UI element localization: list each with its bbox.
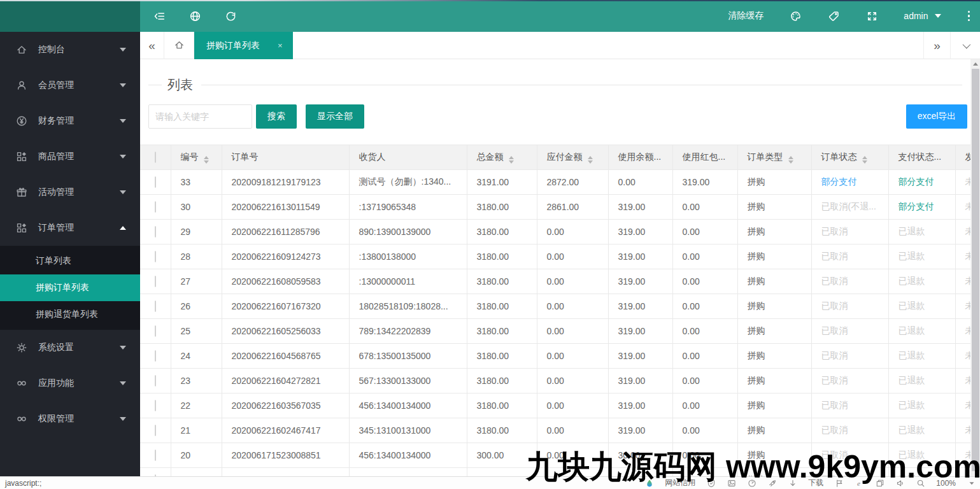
tag-icon[interactable] [827,10,840,22]
tabs-dropdown-button[interactable] [950,32,980,59]
statusbar-label[interactable]: 100% [936,479,956,488]
cell-checkbox [140,220,171,244]
sidebar-item-settings[interactable]: 系统设置 [0,330,140,365]
cell-order_status: 部分支付 [811,170,888,195]
cell-value: 已退款 [898,375,925,385]
cell-red_packet: 0.00 [672,369,737,393]
search-button[interactable]: 搜索 [256,104,297,129]
scrollbar-up-arrow[interactable] [970,59,980,69]
select-all-checkbox[interactable] [155,152,156,163]
cell-value: 3180.00 [477,252,509,262]
page-title: 列表 [167,76,193,94]
row-checkbox[interactable] [155,276,156,287]
sidebar-subitem-order-list[interactable]: 订单列表 [0,248,140,274]
gauge-icon[interactable] [747,478,756,488]
row-checkbox[interactable] [155,201,156,213]
globe-icon[interactable] [188,10,201,22]
sort-icon[interactable] [204,156,209,164]
vertical-scrollbar[interactable] [970,59,980,476]
sidebar-item-finance[interactable]: 财务管理 [0,103,140,139]
close-tab-icon[interactable]: × [278,41,283,50]
caret-down-icon [120,417,126,421]
sidebar-subitem-groupbuy-return-list[interactable]: 拼购退货单列表 [0,301,140,328]
sort-icon[interactable] [788,156,793,164]
row-checkbox[interactable] [155,350,156,362]
home-tab[interactable] [164,32,194,59]
row-checkbox[interactable] [155,251,156,262]
down-arrow-icon[interactable] [788,478,797,488]
cell-balance: 30.00 [608,443,672,468]
rocket-icon[interactable] [767,478,777,488]
row-checkbox[interactable] [155,450,156,461]
row-checkbox[interactable] [155,425,156,436]
statusbar-label[interactable]: 下载 [808,478,823,488]
admin-menu[interactable]: admin [904,11,941,21]
refresh-icon[interactable] [224,10,237,22]
clear-cache-button[interactable]: 清除缓存 [728,10,763,22]
tab-groupbuy-order-list[interactable]: 拼购订单列表 × [194,32,293,59]
sort-icon[interactable] [862,156,867,164]
cell-value: 0.00 [547,450,564,460]
grid-icon [16,151,27,162]
sidebar-item-members[interactable]: 会员管理 [0,67,140,103]
sort-icon[interactable] [509,156,514,164]
window-icon[interactable] [875,478,884,488]
row-checkbox[interactable] [155,301,156,312]
caret-down-small-icon[interactable] [967,478,976,488]
search-input[interactable] [148,104,252,129]
row-checkbox[interactable] [155,176,156,188]
ie-icon[interactable]: e [855,478,864,488]
cell-receiver: :13719065348 [349,195,467,220]
sort-icon[interactable] [588,156,593,164]
water-drop-icon[interactable] [644,478,654,488]
row-checkbox[interactable] [155,226,156,237]
row-checkbox[interactable] [155,375,156,386]
scrollbar-thumb[interactable] [972,69,979,471]
cell-order_no: 202006221608059583 [222,269,349,294]
cell-total: 3191.00 [467,170,537,195]
cell-value[interactable]: 部分支付 [821,176,857,187]
cell-ship_status: 未发货 [955,393,970,418]
collapse-menu-icon[interactable] [153,10,166,22]
cell-order_status: 已取消 [811,418,888,443]
cell-value: 202006221609124273 [232,252,321,262]
admin-username: admin [904,11,928,21]
sidebar-item-orders[interactable]: 订单管理 [0,210,140,246]
sidebar-item-dashboard[interactable]: 控制台 [0,32,140,67]
cell-value: 已取消 [821,251,848,261]
cell-value: 已退款 [898,226,925,236]
statusbar-label[interactable]: 网站信用 [665,478,695,488]
cell-value: 已取消 [821,325,848,336]
cell-receiver: 456:13400134000 [349,443,467,468]
show-all-button[interactable]: 显示全部 [306,104,364,129]
sidebar-item-permissions[interactable]: 权限管理 [0,401,140,437]
fullscreen-icon[interactable] [865,10,878,22]
cell-order_status: 已取消 [811,393,888,418]
cell-value: 319.00 [618,376,646,386]
table-row: 19202006171522173050890:13000130000300.0… [140,468,970,477]
tabs-scroll-right-button[interactable]: » [923,32,950,59]
sidebar-subitem-groupbuy-order-list[interactable]: 拼购订单列表 [0,274,140,301]
chevron-down-icon [962,41,970,49]
row-checkbox[interactable] [155,400,156,411]
palette-icon[interactable] [789,10,802,22]
magnifier-icon[interactable] [916,478,925,488]
cell-receiver: :13800138000 [349,244,467,269]
excel-export-button[interactable]: excel导出 [906,104,967,129]
cell-value: 0.00 [683,227,700,237]
image-icon[interactable] [727,478,736,488]
speaker-icon[interactable] [895,478,905,488]
flag-icon[interactable] [834,478,844,488]
table-row: 27202006221608059583:130000000113180.000… [140,269,970,294]
tabs-scroll-left-button[interactable]: « [140,32,164,59]
row-checkbox[interactable] [155,325,156,337]
sidebar-item-activities[interactable]: 活动管理 [0,174,140,210]
sidebar-item-products[interactable]: 商品管理 [0,139,140,174]
sidebar-item-app-features[interactable]: 应用功能 [0,365,140,401]
cell-value: 202006221603567035 [232,400,321,411]
cell-payable: 2872.00 [537,170,608,195]
tab-controls: » [923,32,980,59]
cell-payable: 2861.00 [537,195,608,220]
kebab-menu-icon[interactable] [967,10,972,23]
shield-icon[interactable] [706,478,716,488]
